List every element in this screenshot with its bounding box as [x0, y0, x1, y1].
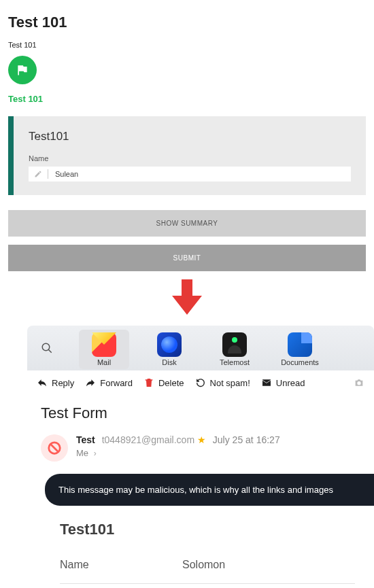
name-input-wrap[interactable]: [29, 167, 351, 181]
unread-button[interactable]: Unread: [261, 377, 305, 388]
reply-button[interactable]: Reply: [37, 377, 74, 388]
app-documents[interactable]: Documents: [275, 330, 325, 369]
form-panel: Test101 Name: [8, 116, 366, 195]
panel-title: Test101: [29, 130, 351, 143]
submission-name-label: Name: [60, 559, 182, 571]
app-telemost[interactable]: Telemost: [209, 330, 260, 369]
envelope-icon: [261, 377, 272, 388]
app-disk[interactable]: Disk: [144, 330, 194, 369]
star-icon: ★: [197, 434, 206, 445]
documents-icon: [288, 332, 312, 357]
step-tab[interactable]: Test 101: [8, 94, 366, 104]
sender-name: Test: [76, 434, 95, 445]
mail-body: Test Form Test t0448921@gmail.com ★ July…: [27, 395, 374, 588]
svg-line-1: [48, 349, 52, 353]
forward-icon: [85, 377, 96, 388]
notspam-button[interactable]: Not spam!: [195, 377, 250, 388]
down-arrow-icon: [172, 279, 202, 315]
telemost-icon: [222, 332, 247, 357]
pencil-icon: [34, 170, 42, 178]
disk-icon: [157, 332, 182, 357]
name-field-label: Name: [29, 154, 351, 162]
app-telemost-label: Telemost: [220, 358, 250, 366]
submission-name-value: Solomon: [182, 559, 225, 571]
block-icon: [47, 440, 62, 455]
submission-block: Test101 Name Solomon: [41, 521, 374, 588]
mail-toolbar: Reply Forward Delete Not spam! Unread: [27, 370, 374, 395]
mail-icon: [92, 332, 116, 357]
chevron-right-icon[interactable]: ›: [94, 449, 97, 458]
search-button[interactable]: [37, 338, 57, 358]
mail-subject: Test Form: [41, 404, 374, 422]
sender-address: t0448921@gmail.com: [102, 434, 194, 445]
app-bar: Mail Disk Telemost Documents: [27, 326, 374, 370]
page-subtitle: Test 101: [8, 41, 366, 49]
delete-button[interactable]: Delete: [143, 377, 184, 388]
forward-button[interactable]: Forward: [85, 377, 133, 388]
name-input[interactable]: [55, 170, 345, 178]
warning-banner: This message may be malicious, which is …: [45, 474, 374, 506]
svg-point-0: [42, 343, 50, 351]
forward-label: Forward: [100, 378, 133, 388]
flag-icon: [16, 63, 29, 77]
svg-line-3: [51, 445, 58, 452]
input-separator: [48, 169, 48, 179]
recipient: Me: [76, 448, 88, 458]
camera-icon: [354, 377, 364, 388]
search-icon: [41, 342, 53, 354]
app-mail-label: Mail: [97, 358, 111, 366]
unread-label: Unread: [276, 378, 305, 388]
step-badge[interactable]: [8, 56, 37, 84]
notspam-label: Not spam!: [210, 378, 250, 388]
sender-row: Test t0448921@gmail.com ★ July 25 at 16:…: [41, 434, 374, 462]
screenshot-button[interactable]: [354, 377, 364, 388]
page-title: Test 101: [8, 14, 366, 31]
show-summary-button[interactable]: SHOW SUMMARY: [8, 210, 366, 237]
sender-info: Test t0448921@gmail.com ★ July 25 at 16:…: [76, 434, 280, 458]
app-disk-label: Disk: [162, 358, 176, 366]
submission-title: Test101: [60, 521, 355, 538]
reply-icon: [37, 377, 48, 388]
mail-client: Mail Disk Telemost Documents Reply Forwa…: [0, 326, 374, 588]
table-row: Name Solomon: [60, 559, 355, 584]
app-mail[interactable]: Mail: [79, 330, 129, 369]
undo-icon: [195, 377, 206, 388]
app-documents-label: Documents: [281, 358, 319, 366]
trash-icon: [143, 377, 154, 388]
delete-label: Delete: [158, 378, 184, 388]
mail-date: July 25 at 16:27: [213, 434, 280, 445]
avatar: [41, 434, 68, 462]
submit-button[interactable]: SUBMIT: [8, 245, 366, 271]
reply-label: Reply: [52, 378, 74, 388]
